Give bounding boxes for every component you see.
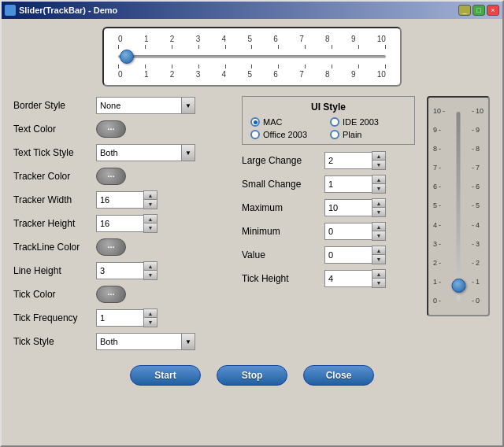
tracker-width-input[interactable]: 16: [96, 191, 143, 209]
border-style-row: Border Style None ▼: [13, 96, 234, 115]
trackline-color-label: TrackLine Color: [13, 242, 96, 253]
app-icon: [5, 5, 16, 16]
maximize-button[interactable]: □: [472, 5, 485, 16]
tick-style-row: Tick Style Both ▼: [13, 332, 234, 351]
v-slider-thumb[interactable]: [451, 279, 465, 293]
value-up[interactable]: ▲: [372, 246, 385, 255]
slider-track[interactable]: [118, 49, 386, 65]
tick-height-down[interactable]: ▼: [372, 279, 385, 287]
value-spinner-btns: ▲ ▼: [372, 246, 386, 264]
tick-height-row: Tick Height 4 ▲ ▼: [242, 269, 415, 288]
ui-style-title: UI Style: [250, 102, 406, 113]
radio-plain-circle[interactable]: [330, 130, 339, 139]
small-change-up[interactable]: ▲: [372, 175, 385, 184]
small-change-row: Small Change 1 ▲ ▼: [242, 175, 415, 194]
minimum-input[interactable]: 0: [324, 223, 372, 240]
tick-frequency-input[interactable]: 1: [96, 309, 143, 327]
radio-ide2003-circle[interactable]: [330, 117, 339, 127]
slider-thumb[interactable]: [120, 50, 134, 64]
trackline-color-button[interactable]: ···: [96, 238, 126, 256]
minimize-button[interactable]: _: [458, 5, 471, 16]
tick-marks-bottom: [118, 65, 386, 68]
close-button[interactable]: Close: [303, 365, 374, 386]
tracker-height-down[interactable]: ▼: [144, 224, 157, 232]
v-tick-left: 10- 9- 8- 7- 6- 5- 4- 3- 2- 1- 0-: [433, 108, 447, 305]
minimum-down[interactable]: ▼: [372, 231, 385, 240]
stop-button[interactable]: Stop: [217, 365, 287, 386]
right-panel: 10- 9- 8- 7- 6- 5- 4- 3- 2- 1- 0-: [427, 96, 498, 356]
border-style-label: Border Style: [13, 100, 96, 111]
tick-frequency-down[interactable]: ▼: [144, 318, 157, 327]
border-style-input[interactable]: None: [96, 97, 181, 114]
text-color-button[interactable]: ···: [96, 120, 126, 138]
tick-style-dropdown-btn[interactable]: ▼: [181, 333, 195, 350]
line-height-input[interactable]: 3: [96, 262, 143, 279]
tick-style-input[interactable]: Both: [96, 333, 181, 350]
tracker-width-label: Tracker Width: [13, 194, 96, 205]
small-change-input[interactable]: 1: [324, 175, 372, 193]
radio-office2003-circle[interactable]: [250, 130, 260, 139]
tick-frequency-row: Tick Frequency 1 ▲ ▼: [13, 308, 234, 327]
tick-labels-top: 0 1 2 3 4 5 6 7 8 9 10: [118, 35, 386, 43]
left-panel: Border Style None ▼ Text Color ···: [13, 96, 234, 356]
tracker-width-row: Tracker Width 16 ▲ ▼: [13, 190, 234, 209]
line-height-down[interactable]: ▼: [144, 271, 157, 279]
large-change-row: Large Change 2 ▲ ▼: [242, 151, 415, 170]
tick-style-control: Both ▼: [96, 333, 195, 350]
tick-labels-bottom: 0 1 2 3 4 5 6 7 8 9 10: [118, 70, 386, 79]
line-height-up[interactable]: ▲: [144, 262, 157, 271]
slider-preview: 0 1 2 3 4 5 6 7 8 9 10: [102, 27, 402, 87]
radio-plain[interactable]: Plain: [330, 130, 406, 139]
v-slider-track: [457, 112, 461, 301]
large-change-spinner-btns: ▲ ▼: [372, 151, 386, 170]
tracker-height-spinner: 16 ▲ ▼: [96, 214, 158, 233]
text-tick-style-dropdown-btn[interactable]: ▼: [181, 144, 195, 161]
tracker-color-button[interactable]: ···: [96, 168, 126, 185]
radio-ide2003[interactable]: IDE 2003: [330, 117, 406, 127]
border-style-dropdown-btn[interactable]: ▼: [181, 97, 195, 114]
small-change-spinner-btns: ▲ ▼: [372, 175, 386, 194]
slider-line: [118, 55, 386, 58]
value-input[interactable]: 0: [324, 246, 372, 264]
tick-height-label: Tick Height: [242, 273, 324, 284]
vertical-slider[interactable]: 10- 9- 8- 7- 6- 5- 4- 3- 2- 1- 0-: [427, 96, 490, 316]
title-bar: Slider(TrackBar) - Demo _ □ ×: [2, 2, 502, 19]
close-window-button[interactable]: ×: [487, 5, 499, 16]
tick-frequency-spinner: 1 ▲ ▼: [96, 308, 158, 327]
maximum-spinner: 10 ▲ ▼: [324, 198, 386, 217]
minimum-spinner: 0 ▲ ▼: [324, 222, 386, 241]
text-tick-style-control: Both ▼: [96, 144, 195, 161]
tick-color-button[interactable]: ···: [96, 286, 126, 303]
radio-mac-circle[interactable]: [250, 117, 260, 127]
tracker-height-input[interactable]: 16: [96, 215, 143, 232]
small-change-down[interactable]: ▼: [372, 184, 385, 193]
maximum-input[interactable]: 10: [324, 199, 372, 216]
tick-height-input[interactable]: 4: [324, 270, 372, 287]
minimum-label: Minimum: [242, 226, 324, 237]
tracker-width-down[interactable]: ▼: [144, 200, 157, 209]
value-row: Value 0 ▲ ▼: [242, 246, 415, 264]
large-change-input[interactable]: 2: [324, 152, 372, 169]
main-area: Border Style None ▼ Text Color ···: [13, 96, 491, 356]
radio-office2003[interactable]: Office 2003: [250, 130, 327, 139]
start-button[interactable]: Start: [130, 365, 201, 386]
maximum-row: Maximum 10 ▲ ▼: [242, 198, 415, 217]
main-window: Slider(TrackBar) - Demo _ □ × 0 1 2 3 4 …: [0, 0, 504, 447]
minimum-up[interactable]: ▲: [372, 223, 385, 231]
tracker-height-up[interactable]: ▲: [144, 215, 157, 224]
radio-mac[interactable]: MAC: [250, 117, 327, 127]
small-change-label: Small Change: [242, 179, 324, 190]
tracker-width-up[interactable]: ▲: [144, 191, 157, 200]
radio-office2003-label: Office 2003: [263, 130, 307, 139]
tick-frequency-up[interactable]: ▲: [144, 309, 157, 318]
tick-height-up[interactable]: ▲: [372, 270, 385, 279]
maximum-up[interactable]: ▲: [372, 199, 385, 208]
text-tick-style-input[interactable]: Both: [96, 144, 181, 161]
maximum-down[interactable]: ▼: [372, 208, 385, 216]
large-change-down[interactable]: ▼: [372, 161, 385, 169]
tick-height-spinner: 4 ▲ ▼: [324, 269, 386, 288]
line-height-spinner: 3 ▲ ▼: [96, 261, 158, 280]
value-down[interactable]: ▼: [372, 255, 385, 264]
large-change-up[interactable]: ▲: [372, 152, 385, 161]
slider-track-area: 0 1 2 3 4 5 6 7 8 9 10: [112, 35, 392, 79]
